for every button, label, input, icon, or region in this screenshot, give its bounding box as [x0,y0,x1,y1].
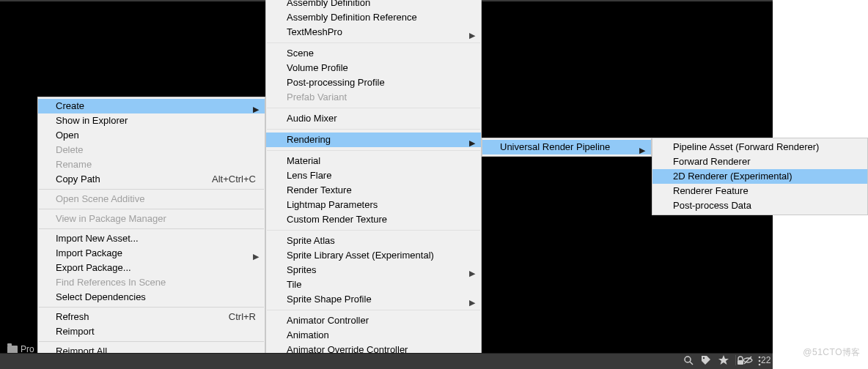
menu-item-select-dependencies[interactable]: Select Dependencies [38,290,265,305]
menu-item-copy-path[interactable]: Copy Path Alt+Ctrl+C [38,172,265,187]
svg-point-7 [759,364,761,366]
menu-label: 2D Renderer (Experimental) [673,169,792,184]
menu-item-animator-controller[interactable]: Animator Controller [266,313,481,328]
menu-item-audio-mixer[interactable]: Audio Mixer [266,111,481,126]
svg-line-1 [690,362,693,365]
menu-item-reimport[interactable]: Reimport [38,324,265,339]
context-menu-primary: Create ▶ Show in Explorer Open Delete Re… [37,97,265,369]
menu-label: Copy Path [56,172,100,187]
statusbar-divider [0,353,773,354]
menu-separator [39,228,264,229]
menu-label: Forward Renderer [673,154,751,169]
menu-item-open[interactable]: Open [38,128,265,143]
menu-label: Import Package [56,246,122,261]
menu-item-scene[interactable]: Scene [266,46,481,61]
menu-label: Refresh [56,310,89,324]
menu-item-sprite-library-asset[interactable]: Sprite Library Asset (Experimental) [266,248,481,263]
folder-icon [7,346,18,354]
menu-item-import-package[interactable]: Import Package ▶ [38,246,265,261]
menu-label: Pipeline Asset (Forward Renderer) [673,140,819,154]
menu-label: Rendering [287,133,331,147]
menu-label: Sprites [287,263,316,277]
menu-label: Sprite Shape Profile [287,292,372,307]
menu-label: Post-process Data [673,198,751,213]
menu-label: View in Package Manager [56,212,166,226]
menu-item-forward-renderer[interactable]: Forward Renderer [652,154,867,169]
menu-item-rename: Rename [38,157,265,172]
menu-label: Audio Mixer [287,111,337,126]
menu-item-tile[interactable]: Tile [266,277,481,292]
menu-item-refresh[interactable]: Refresh Ctrl+R [38,310,265,324]
menu-icon[interactable] [754,355,765,367]
menu-item-custom-render-texture[interactable]: Custom Render Texture [266,212,481,227]
menu-item-assembly-definition-reference[interactable]: Assembly Definition Reference [266,10,481,25]
menu-separator [267,42,480,43]
menu-label: Lens Flare [287,168,331,183]
lock-icon[interactable] [735,355,746,367]
chevron-right-icon: ▶ [469,295,475,310]
menu-separator [267,310,480,310]
context-menu-urp: Pipeline Asset (Forward Renderer) Forwar… [652,138,868,215]
chevron-right-icon: ▶ [469,135,475,150]
menu-item-view-in-package-manager: View in Package Manager [38,212,265,226]
menu-item-universal-render-pipeline[interactable]: Universal Render Pipeline ▶ [482,140,651,154]
menu-separator [267,150,480,151]
menu-item-textmeshpro[interactable]: TextMeshPro ▶ [266,25,481,40]
menu-label: Sprite Atlas [287,234,335,248]
menu-label: Tile [287,277,301,292]
menu-separator [39,189,264,190]
menu-item-render-texture[interactable]: Render Texture [266,183,481,198]
menu-label: Volume Profile [287,61,348,75]
menu-item-lightmap-parameters[interactable]: Lightmap Parameters [266,198,481,212]
menu-item-post-process-data[interactable]: Post-process Data [652,198,867,213]
menu-item-material[interactable]: Material [266,154,481,168]
menu-label: Assembly Definition [287,0,370,10]
menu-label: Render Texture [287,183,352,198]
menu-label: Post-processing Profile [287,75,385,90]
menu-label: Custom Render Texture [287,212,387,227]
menu-item-2d-renderer[interactable]: 2D Renderer (Experimental) [652,169,867,184]
menu-item-assembly-definition[interactable]: Assembly Definition [266,0,481,10]
status-bar: 22 [0,353,773,369]
menu-item-sprite-shape-profile[interactable]: Sprite Shape Profile ▶ [266,292,481,307]
menu-item-pipeline-asset[interactable]: Pipeline Asset (Forward Renderer) [652,140,867,154]
menu-item-import-new-asset[interactable]: Import New Asset... [38,231,265,246]
menu-item-lens-flare[interactable]: Lens Flare [266,168,481,183]
menu-label: Prefab Variant [287,90,347,105]
menu-item-renderer-feature[interactable]: Renderer Feature [652,184,867,198]
menu-item-post-processing-profile[interactable]: Post-processing Profile [266,75,481,90]
menu-item-volume-profile[interactable]: Volume Profile [266,61,481,75]
menu-separator [267,108,480,108]
star-icon[interactable] [718,354,729,366]
chevron-right-icon: ▶ [469,28,475,42]
menu-label: Animation [287,328,329,343]
menu-item-sprite-atlas[interactable]: Sprite Atlas [266,234,481,248]
menu-item-animation[interactable]: Animation [266,328,481,343]
svg-point-6 [759,360,761,362]
chevron-right-icon: ▶ [639,143,645,157]
tag-icon[interactable] [700,354,712,366]
search-icon[interactable] [683,354,694,366]
menu-item-export-package[interactable]: Export Package... [38,261,265,275]
menu-item-show-in-explorer[interactable]: Show in Explorer [38,113,265,128]
menu-label: Animator Controller [287,313,369,328]
menu-label: Scene [287,46,314,61]
menu-label: Create [56,99,84,113]
menu-item-rendering[interactable]: Rendering ▶ [266,133,481,147]
menu-item-sprites[interactable]: Sprites ▶ [266,263,481,277]
menu-separator [39,307,264,308]
context-menu-create: Assembly Definition Assembly Definition … [265,0,482,369]
menu-label: Open [56,128,79,143]
menu-separator [39,341,264,342]
menu-item-open-scene-additive: Open Scene Additive [38,192,265,206]
menu-label: Lightmap Parameters [287,198,378,212]
svg-rect-4 [738,360,743,365]
menu-item-prefab-variant: Prefab Variant [266,90,481,105]
watermark-text: @51CTO博客 [803,346,861,359]
menu-item-create[interactable]: Create ▶ [38,99,265,113]
menu-label: Sprite Library Asset (Experimental) [287,248,434,263]
menu-label: Reimport [56,324,95,339]
context-menu-rendering: Universal Render Pipeline ▶ [482,138,652,157]
svg-point-2 [703,357,705,359]
menu-label: Delete [56,143,84,157]
